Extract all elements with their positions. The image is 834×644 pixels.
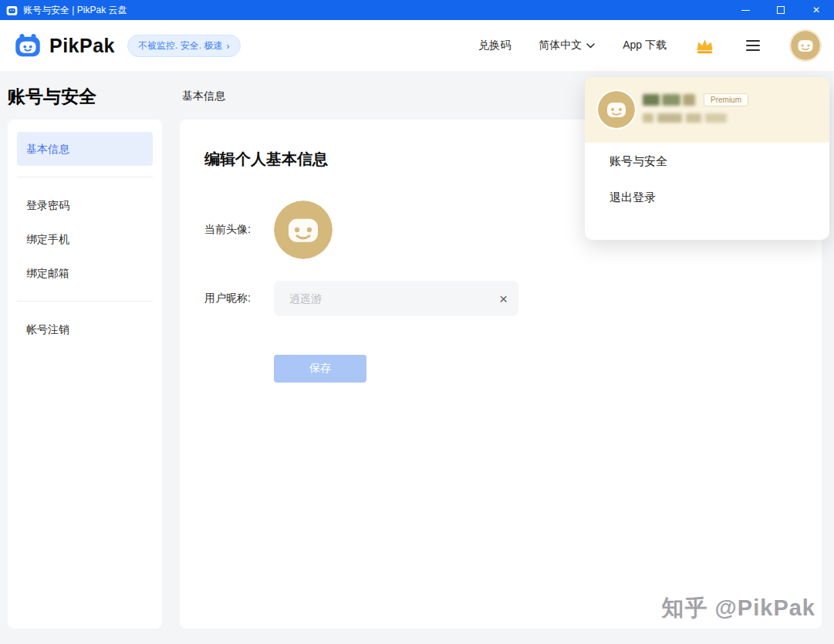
user-menu-popup: Premium 账号与安全 退出登录 [585, 77, 829, 240]
close-button[interactable]: ✕ [799, 0, 834, 20]
redacted-account-detail [643, 113, 748, 123]
minimize-icon [741, 10, 750, 11]
clear-icon: × [499, 291, 508, 307]
header: PikPak 不被监控. 安全. 极速 › 兑换码 简体中文 App 下载 [0, 20, 834, 71]
avatar-robot-icon [598, 91, 635, 128]
redacted-username: Premium [643, 93, 748, 106]
user-avatar[interactable] [791, 31, 820, 60]
divider [17, 301, 153, 302]
pikpak-logo-icon[interactable] [14, 32, 42, 59]
minimize-button[interactable] [728, 0, 763, 20]
page-title: 账号与安全 [8, 85, 96, 109]
close-icon: ✕ [812, 5, 820, 15]
save-button[interactable]: 保存 [274, 355, 366, 383]
sidebar-item-bind-phone[interactable]: 绑定手机 [8, 222, 162, 256]
app-download-link[interactable]: App 下载 [623, 39, 667, 52]
current-avatar[interactable] [274, 201, 333, 259]
menu-icon[interactable] [743, 37, 763, 54]
sidebar-item-login-password[interactable]: 登录密码 [8, 188, 162, 222]
sidebar-item-bind-email[interactable]: 绑定邮箱 [8, 256, 162, 290]
titlebar: 账号与安全 | PikPak 云盘 ✕ [0, 0, 834, 20]
menu-item-account-security[interactable]: 账号与安全 [585, 143, 829, 179]
avatar-label: 当前头像: [204, 223, 274, 237]
sidebar-item-basic-info[interactable]: 基本信息 [17, 132, 153, 166]
menu-item-logout[interactable]: 退出登录 [585, 179, 829, 215]
user-menu-header: Premium [585, 77, 829, 143]
premium-badge: Premium [704, 93, 748, 106]
app-window: 账号与安全 | PikPak 云盘 ✕ PikPak 不被监控. 安全. 极速 … [0, 0, 834, 644]
maximize-button[interactable] [763, 0, 799, 20]
app-icon [6, 5, 18, 16]
avatar-robot-icon [274, 201, 333, 259]
chevron-right-icon: › [226, 41, 229, 51]
divider [17, 177, 153, 177]
popup-user-info: Premium [643, 91, 748, 143]
sidebar-item-account-cancellation[interactable]: 帐号注销 [8, 312, 162, 346]
nickname-input[interactable] [274, 281, 518, 316]
avatar-robot-icon [791, 31, 820, 60]
popup-user-avatar [598, 91, 635, 128]
nickname-label: 用户昵称: [204, 292, 274, 305]
window-controls: ✕ [728, 0, 834, 20]
header-nav: 兑换码 简体中文 App 下载 [478, 31, 820, 60]
brand-name: PikPak [49, 35, 115, 57]
slogan-badge[interactable]: 不被监控. 安全. 极速 › [127, 35, 241, 57]
premium-crown-icon[interactable] [694, 35, 715, 56]
clear-input-button[interactable]: × [499, 292, 508, 306]
slogan-text: 不被监控. 安全. 极速 [138, 39, 222, 52]
watermark: 知乎 @PikPak [662, 593, 815, 624]
nickname-input-wrap: × [274, 281, 518, 316]
window-title: 账号与安全 | PikPak 云盘 [23, 4, 127, 17]
chevron-down-icon [586, 43, 595, 49]
language-label: 简体中文 [539, 39, 582, 52]
language-selector[interactable]: 简体中文 [539, 39, 595, 52]
settings-sidebar: 基本信息 登录密码 绑定手机 绑定邮箱 帐号注销 [8, 120, 162, 629]
redeem-code-link[interactable]: 兑换码 [478, 39, 511, 52]
nickname-row: 用户昵称: × [204, 281, 797, 316]
maximize-icon [777, 6, 785, 14]
breadcrumb: 基本信息 [182, 89, 225, 103]
